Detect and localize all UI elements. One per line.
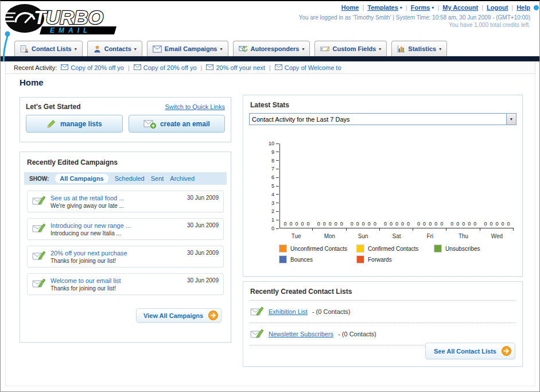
turbo-email-logo[interactable]: TURBO EMAIL: [4, 3, 142, 38]
chevron-down-icon: ▾: [220, 46, 222, 52]
top-link-help[interactable]: Help: [516, 4, 530, 11]
recent-activity-item[interactable]: 20% off your next: [206, 64, 265, 71]
filter-archived[interactable]: Archived: [170, 175, 195, 182]
bar-group: 00000: [280, 222, 313, 228]
recent-activity-item[interactable]: Copy of 20% off yo: [61, 64, 124, 71]
top-link-templates[interactable]: Templates: [367, 4, 398, 11]
contact-list-count: - (0 Contacts): [312, 308, 351, 315]
bar-group: 00000: [480, 222, 514, 228]
tab-email-campaigns[interactable]: Email Campaigns▾: [147, 41, 228, 56]
statistics-icon: [397, 45, 405, 53]
filter-scheduled[interactable]: Scheduled: [115, 175, 145, 182]
bar-value-label: 0: [290, 222, 293, 227]
filter-sent[interactable]: Sent: [151, 175, 164, 182]
bar-value-label: 0: [462, 222, 465, 227]
recent-activity-link[interactable]: 20% off your next: [216, 64, 265, 71]
bar-group: 00000: [414, 222, 447, 228]
campaign-subtitle: Thanks for joining our list!: [50, 285, 182, 292]
y-axis-label: 6: [271, 174, 279, 180]
bar-value-label: 0: [307, 222, 310, 227]
tab-custom-fields[interactable]: Custom Fields▾: [314, 41, 387, 56]
campaign-title-link[interactable]: Introducing our new range ...: [50, 222, 182, 229]
campaign-title-link[interactable]: See us at the retail food ...: [50, 195, 182, 201]
top-link-home[interactable]: Home: [341, 4, 359, 11]
bar-value-label: 0: [390, 222, 393, 227]
bar-value-label: 0: [468, 222, 471, 227]
create-email-button[interactable]: create an email: [129, 115, 226, 133]
tab-label: Email Campaigns: [165, 45, 217, 52]
see-all-contact-lists-button[interactable]: See All Contact Lists: [425, 343, 515, 359]
bar-value-label: 0: [417, 222, 420, 227]
legend-label: Bounces: [290, 257, 313, 263]
separator: |: [362, 4, 364, 11]
recent-activity-link[interactable]: Copy of Welcome to: [285, 64, 341, 71]
top-link-my-account[interactable]: My Account: [442, 4, 478, 11]
y-axis-label: 0: [271, 226, 279, 231]
bar-value-label: 0: [368, 222, 371, 227]
separator: |: [201, 64, 203, 71]
recent-activity-link[interactable]: Copy of 20% off yo: [71, 64, 124, 71]
contact-list-link[interactable]: Exhibition List: [269, 308, 308, 315]
chart-y-axis: 109876543210: [249, 143, 279, 228]
recent-activity-item[interactable]: Copy of Welcome to: [275, 64, 341, 71]
bar-value-label: 0: [490, 222, 492, 227]
envelope-icon: [61, 64, 68, 71]
contact-list-link[interactable]: Newsletter Subscribers: [269, 331, 333, 337]
recent-activity-item[interactable]: Copy of 20% off yo: [134, 64, 197, 71]
y-axis-label: 4: [271, 192, 279, 197]
compose-icon: [250, 328, 264, 340]
bar-value-label: 0: [501, 222, 504, 227]
main-nav-tabs: Contact Lists▾Contacts▾Email Campaigns▾A…: [1, 40, 539, 56]
campaign-title-link[interactable]: Welcome to our email list: [50, 277, 182, 284]
recent-activity-link[interactable]: Copy of 20% off yo: [143, 64, 197, 71]
contact-list-item[interactable]: Newsletter Subscribers- (0 Contacts): [243, 323, 522, 345]
x-axis-label: Sun: [347, 231, 380, 239]
tab-autoresponders[interactable]: Autoresponders▾: [233, 41, 310, 56]
bar-value-label: 0: [423, 222, 426, 227]
recent-campaigns-panel: Recently Edited Campaigns SHOW: All Camp…: [20, 152, 231, 343]
y-axis-label: 5: [271, 183, 279, 189]
bar-value-label: 0: [495, 222, 498, 227]
x-axis-label: Tue: [279, 231, 313, 239]
bar-group: 00000: [313, 222, 347, 228]
campaign-title-link[interactable]: 20% off your next purchase: [50, 250, 182, 257]
y-axis-label: 2: [271, 208, 279, 214]
y-axis-label: 7: [271, 166, 279, 172]
view-all-campaigns-button[interactable]: View All Campaigns: [136, 308, 222, 323]
top-link-logout[interactable]: Logout: [487, 4, 508, 11]
bar-value-label: 0: [429, 222, 432, 227]
bar-value-label: 0: [340, 222, 343, 227]
bar-value-label: 0: [395, 222, 398, 227]
legend-item: Forwards: [357, 256, 434, 263]
logo-turbo-text: TURBO: [34, 6, 103, 28]
switch-quick-links-link[interactable]: Switch to Quick Links: [165, 103, 225, 110]
tab-contacts[interactable]: Contacts▾: [87, 41, 142, 56]
campaign-item[interactable]: See us at the retail food ...We're givin…: [27, 191, 224, 212]
envelope-icon: [275, 64, 282, 71]
tab-statistics[interactable]: Statistics▾: [391, 41, 447, 56]
filter-all-campaigns[interactable]: All Campaigns: [55, 174, 108, 183]
manage-lists-button[interactable]: manage lists: [26, 115, 123, 133]
chevron-down-icon: ▾: [302, 46, 304, 52]
legend-label: Confirmed Contacts: [368, 246, 418, 252]
get-started-panel: Let's Get Started Switch to Quick Links …: [20, 97, 231, 142]
envelope-icon: [206, 64, 213, 71]
legend-item: Unsubscribes: [434, 245, 512, 252]
campaign-subtitle: We're giving away our late ...: [50, 203, 182, 209]
campaign-subtitle: Introducing our new Italia ...: [50, 230, 182, 236]
legend-item: Bounces: [279, 256, 357, 263]
compose-icon: [32, 250, 46, 263]
campaign-date: 30 Jun 2009: [187, 191, 219, 201]
bar-value-label: 0: [317, 222, 320, 227]
bar-value-label: 0: [507, 222, 510, 227]
bar-value-label: 0: [323, 222, 326, 227]
tab-contact-lists[interactable]: Contact Lists▾: [14, 41, 83, 56]
campaign-item[interactable]: Welcome to our email listThanks for join…: [27, 273, 224, 295]
contact-list-item[interactable]: Exhibition List- (0 Contacts): [243, 301, 522, 323]
stats-period-select[interactable]: Contact Activity for the Last 7 Days ▼: [249, 113, 516, 125]
campaign-item[interactable]: Introducing our new range ...Introducing…: [27, 218, 224, 240]
campaign-item[interactable]: 20% off your next purchaseThanks for joi…: [27, 246, 224, 267]
top-link-forms[interactable]: Forms: [411, 4, 430, 11]
campaign-subtitle: Thanks for joining our list!: [50, 258, 182, 264]
view-all-campaigns-label: View All Campaigns: [143, 312, 203, 319]
